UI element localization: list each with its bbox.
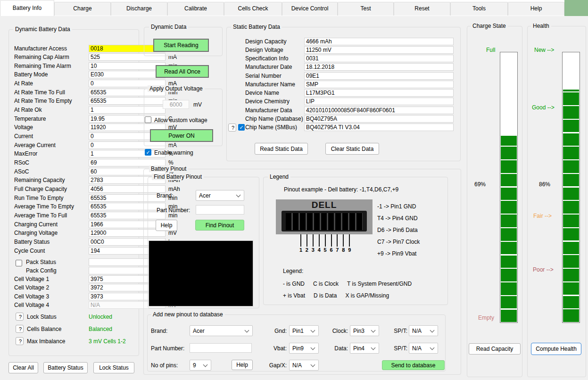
power-on-button[interactable]: Power ON <box>150 129 213 142</box>
static-field-label: Manufacturer Date <box>245 64 304 70</box>
field-unit: % <box>168 159 174 166</box>
tab-tools[interactable]: Tools <box>450 2 508 16</box>
find-part-number-label: Part Number: <box>157 207 190 214</box>
field-input[interactable] <box>89 71 166 78</box>
static-field-input[interactable] <box>304 81 454 88</box>
tab-battery-info[interactable]: Battery Info <box>0 0 54 16</box>
static-field-input[interactable] <box>304 63 454 71</box>
tab-calibrate[interactable]: Calibrate <box>167 2 224 16</box>
field-label: Battery Mode <box>14 71 89 78</box>
health-poor-label: Poor --> <box>533 266 554 273</box>
read-static-data-button[interactable]: Read Static Data <box>255 143 308 155</box>
data-select[interactable]: Pin4 <box>350 343 379 354</box>
clock-select[interactable]: Pin3 <box>350 325 379 336</box>
spt1-select[interactable]: N/A <box>409 325 438 336</box>
add-brand-select[interactable]: Acer <box>190 325 253 336</box>
smbus-help-button[interactable]: ? <box>228 124 236 132</box>
enable-warning-checkbox[interactable]: ✓ <box>145 149 151 156</box>
help-button[interactable]: ? <box>16 313 24 321</box>
static-field-label: Manufacturer Name <box>245 81 304 88</box>
pin-mapping: D6 -> Pin6 Data <box>377 227 418 233</box>
lock-status-button[interactable]: Lock Status <box>93 362 134 373</box>
clear-all-button[interactable]: Clear All <box>8 362 38 373</box>
health-bar <box>562 52 580 323</box>
send-to-database-button[interactable]: Send to database <box>382 360 445 370</box>
pack-status-checkbox[interactable] <box>16 260 22 266</box>
charge-empty-label: Empty <box>478 314 494 321</box>
static-field-input[interactable] <box>304 115 454 123</box>
field-row: ASoC% <box>14 167 133 175</box>
battery-pinout-title: Battery Pinout <box>149 165 188 172</box>
static-field-input[interactable] <box>304 55 454 62</box>
battery-status-button[interactable]: Battery Status <box>43 362 88 373</box>
gnd-label: Gnd: <box>264 328 287 334</box>
spt2-select[interactable]: N/A <box>409 343 438 354</box>
gap-value: N/A <box>292 362 302 369</box>
gap-label: Gap/X: <box>264 362 287 369</box>
field-row: Pack Statushex <box>14 258 133 266</box>
start-reading-button[interactable]: Start Reading <box>153 39 209 52</box>
no-of-pins-select[interactable]: 9 <box>190 360 211 371</box>
vbat-select[interactable]: Pin9 <box>289 343 319 354</box>
vbat-value: Pin9 <box>292 345 304 352</box>
tab-charge[interactable]: Charge <box>54 2 111 16</box>
gnd-select[interactable]: Pin1 <box>289 325 319 336</box>
tab-discharge[interactable]: Discharge <box>111 2 167 16</box>
output-voltage-input[interactable] <box>163 100 189 109</box>
static-field-input[interactable] <box>304 124 454 131</box>
add-part-number-input[interactable] <box>190 343 252 353</box>
compute-health-button[interactable]: Compute Health <box>531 343 581 355</box>
gap-select[interactable]: N/A <box>289 360 319 371</box>
find-part-number-input[interactable] <box>196 205 244 215</box>
field-label: Manufacturer Access <box>14 45 89 52</box>
static-field-input[interactable] <box>304 107 454 114</box>
field-row: At Rate Ok <box>14 106 133 114</box>
tab-test[interactable]: Test <box>338 2 394 16</box>
max-imbalance-label: Max Imbalance <box>27 338 65 345</box>
allow-custom-voltage-checkbox[interactable] <box>145 116 151 123</box>
field-row: Average CurrentmA <box>14 141 133 149</box>
help-button[interactable]: ? <box>16 337 24 345</box>
pin-number: 2 <box>304 247 310 253</box>
field-input[interactable] <box>89 62 166 70</box>
pin-number: 9 <box>347 247 352 253</box>
tab-reset[interactable]: Reset <box>394 2 450 16</box>
tab-help[interactable]: Help <box>508 2 564 16</box>
find-help-button[interactable]: Help <box>156 220 177 231</box>
static-field-input[interactable] <box>304 98 454 105</box>
add-brand-label: Brand: <box>151 328 167 334</box>
tab-cells-check[interactable]: Cells Check <box>224 2 282 16</box>
apply-output-voltage-title: Apply Output Voltage <box>148 85 205 92</box>
legend-item: X is GAP/Missing <box>345 292 389 299</box>
smbus-checkbox[interactable]: ✓ <box>238 124 245 131</box>
field-label: Pack Config <box>14 267 89 274</box>
static-field-label: Specification Info <box>245 55 304 62</box>
add-help-button[interactable]: Help <box>232 360 253 370</box>
static-field-input[interactable] <box>304 89 454 97</box>
static-field-row: Design Voltage <box>245 46 454 54</box>
field-label: Remaining Capacity <box>14 177 89 183</box>
field-label: Average Current <box>14 142 89 149</box>
field-row: Cell Voltage 2mV <box>14 284 133 292</box>
static-field-input[interactable] <box>304 38 454 45</box>
static-field-label: Device Chemistry <box>245 98 304 105</box>
tab-device-control[interactable]: Device Control <box>282 2 338 16</box>
static-field-input[interactable] <box>304 72 454 80</box>
field-row: Manufacturer Accesshex <box>14 44 133 52</box>
read-all-once-button[interactable]: Read All Once <box>156 65 209 78</box>
charge-full-label: Full <box>486 47 495 53</box>
field-row: Battery Statushex <box>14 238 133 246</box>
static-field-input[interactable] <box>304 46 454 54</box>
field-label: Cell Voltage 3 <box>14 293 89 300</box>
legend-item: - is GND <box>283 281 305 287</box>
read-capacity-button[interactable]: Read Capacity <box>469 343 521 355</box>
find-pinout-button[interactable]: Find Pinout <box>195 220 244 231</box>
data-label: Data: <box>325 345 348 352</box>
field-label: Charging Current <box>14 221 89 228</box>
find-brand-value: Acer <box>199 192 211 199</box>
clear-static-data-button[interactable]: Clear Static Data <box>325 143 379 155</box>
field-row: Cell Voltage 3mV <box>14 292 133 300</box>
find-brand-select[interactable]: Acer <box>196 190 244 201</box>
help-button[interactable]: ? <box>16 325 24 333</box>
connector-comb <box>282 211 367 231</box>
